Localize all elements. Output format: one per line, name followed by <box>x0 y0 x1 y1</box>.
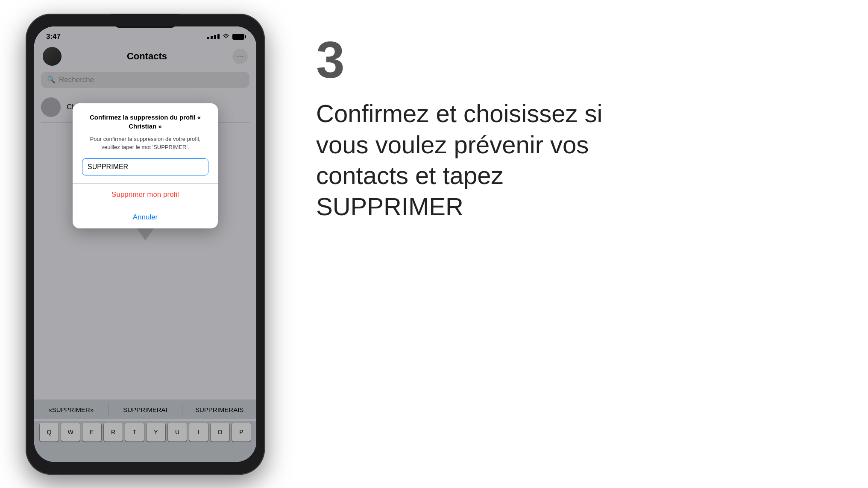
iphone-frame: 3:47 <box>26 14 265 475</box>
delete-profile-button[interactable]: Supprimer mon profil <box>73 184 218 206</box>
dialog-arrow <box>137 228 154 240</box>
step-number: 3 <box>316 34 607 85</box>
dialog-content: Confirmez la suppression du profil « Chr… <box>73 103 218 183</box>
right-content: 3 Confirmez et choisissez si vous voulez… <box>316 34 607 222</box>
dialog-title: Confirmez la suppression du profil « Chr… <box>82 113 208 131</box>
notch <box>111 14 179 28</box>
cancel-button[interactable]: Annuler <box>73 206 218 228</box>
dialog-input-wrapper <box>82 158 208 175</box>
left-panel: 3:47 <box>0 0 290 488</box>
instruction-text: Confirmez et choisissez si vous voulez p… <box>316 98 607 222</box>
dialog-overlay: Confirmez la suppression du profil « Chr… <box>34 26 256 462</box>
dialog-message: Pour confirmer la suppression de votre p… <box>82 135 208 152</box>
dialog-box: Confirmez la suppression du profil « Chr… <box>73 103 218 228</box>
supprimer-input[interactable] <box>88 163 203 171</box>
right-panel: 3 Confirmez et choisissez si vous voulez… <box>290 0 868 488</box>
screen: 3:47 <box>34 26 256 462</box>
